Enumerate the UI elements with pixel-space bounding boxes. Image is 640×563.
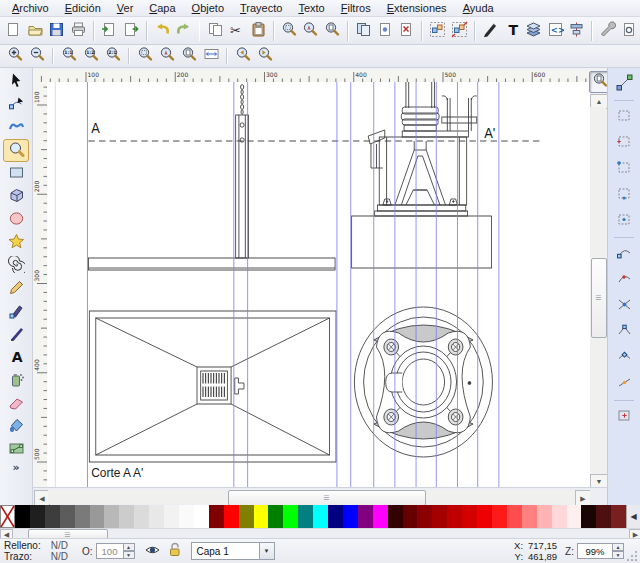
text-dialog-button[interactable]: T xyxy=(503,20,522,42)
opacity-up-button[interactable]: ▲ xyxy=(124,543,135,551)
group-objects-button[interactable] xyxy=(428,20,447,42)
export-document-button[interactable] xyxy=(121,20,140,42)
palette-swatch[interactable] xyxy=(90,505,105,528)
node-tool[interactable] xyxy=(3,93,29,116)
palette-swatch[interactable] xyxy=(134,505,149,528)
palette-swatch[interactable] xyxy=(164,505,179,528)
zoom-down-button[interactable]: ▼ xyxy=(613,551,624,559)
palette-swatch[interactable] xyxy=(343,505,358,528)
new-document-button[interactable] xyxy=(4,20,23,42)
snap-bounding-box-button[interactable] xyxy=(612,105,636,129)
menu-ver[interactable]: Ver xyxy=(109,1,142,15)
zoom-next-button[interactable] xyxy=(255,47,275,66)
layer-visibility-toggle[interactable] xyxy=(143,541,163,561)
horizontal-scrollbar[interactable]: ◀ ☰ ▶ xyxy=(33,487,590,506)
snap-nodes-button[interactable] xyxy=(612,242,636,266)
palette-menu-button[interactable]: ◀ xyxy=(626,505,640,528)
align-dialog-button[interactable] xyxy=(567,20,586,42)
palette-swatch[interactable] xyxy=(298,505,313,528)
menu-trayecto[interactable]: Trayecto xyxy=(232,1,290,15)
redo-button[interactable] xyxy=(174,20,193,42)
palette-swatch[interactable] xyxy=(432,505,447,528)
snap-line-midpoints-button[interactable] xyxy=(612,372,636,396)
menu-capa[interactable]: Capa xyxy=(141,1,183,15)
zoom-1-2-button[interactable]: 1:2 xyxy=(81,47,101,66)
menu-texto[interactable]: Texto xyxy=(290,1,332,15)
ellipse-tool[interactable] xyxy=(3,208,29,231)
save-document-button[interactable] xyxy=(47,20,66,42)
drain-plan[interactable] xyxy=(354,307,492,457)
snap-to-paths-button[interactable] xyxy=(612,268,636,292)
rectangle-tool[interactable] xyxy=(3,162,29,185)
spray-tool[interactable] xyxy=(3,369,29,392)
palette-swatch[interactable] xyxy=(611,505,626,528)
palette-swatch[interactable] xyxy=(507,505,522,528)
palette-swatch[interactable] xyxy=(283,505,298,528)
palette-swatch[interactable] xyxy=(104,505,119,528)
palette-swatch[interactable] xyxy=(119,505,134,528)
palette-swatch[interactable] xyxy=(388,505,403,528)
snap-bbox-corners-button[interactable] xyxy=(612,157,636,181)
ungroup-objects-button[interactable] xyxy=(450,20,469,42)
layer-dropdown-button[interactable]: ▼ xyxy=(259,542,275,560)
zoom-previous-button[interactable] xyxy=(233,47,253,66)
zoom-out-button[interactable] xyxy=(27,47,47,66)
zoom-up-button[interactable]: ▲ xyxy=(613,543,624,551)
palette-swatch[interactable] xyxy=(149,505,164,528)
palette-swatch[interactable] xyxy=(581,505,596,528)
gradient-tool[interactable] xyxy=(3,438,29,461)
zoom-page-button[interactable] xyxy=(179,47,199,66)
menu-archivo[interactable]: Archivo xyxy=(4,1,57,15)
zoom-input[interactable] xyxy=(577,543,613,559)
menu-extensiones[interactable]: Extensiones xyxy=(379,1,455,15)
palette-swatch[interactable] xyxy=(477,505,492,528)
toolbox-overflow-button[interactable]: » xyxy=(3,461,29,477)
open-document-button[interactable] xyxy=(25,20,44,42)
zoom-page-button[interactable] xyxy=(323,20,342,42)
zoom-2-1-button[interactable]: 2:1 xyxy=(103,47,123,66)
calligraphy-tool[interactable] xyxy=(3,323,29,346)
palette-swatch[interactable] xyxy=(194,505,209,528)
cut-button[interactable]: ✂ xyxy=(227,20,246,42)
snap-cusp-nodes-button[interactable] xyxy=(612,320,636,344)
palette-swatch[interactable] xyxy=(75,505,90,528)
palette-swatch[interactable] xyxy=(537,505,552,528)
palette-swatch[interactable] xyxy=(462,505,477,528)
star-tool[interactable] xyxy=(3,231,29,254)
undo-button[interactable] xyxy=(153,20,172,42)
palette-swatch[interactable] xyxy=(45,505,60,528)
zoom-drawing-button[interactable] xyxy=(157,47,177,66)
drain-elevation[interactable] xyxy=(352,82,492,268)
zoom-in-button[interactable] xyxy=(5,47,25,66)
zoom-1-1-button[interactable]: 1:1 xyxy=(59,47,79,66)
snap-bbox-edges-button[interactable] xyxy=(612,131,636,155)
selector-tool[interactable] xyxy=(3,70,29,93)
snap-bbox-centers-button[interactable] xyxy=(612,209,636,233)
vertical-scrollbar[interactable]: ▲ ☰ ▼ xyxy=(590,94,606,487)
unlink-clone-button[interactable] xyxy=(397,20,416,42)
pen-tool[interactable] xyxy=(3,300,29,323)
snap-object-centers-button[interactable] xyxy=(612,405,636,429)
palette-swatch[interactable] xyxy=(417,505,432,528)
import-document-button[interactable] xyxy=(100,20,119,42)
palette-swatch[interactable] xyxy=(30,505,45,528)
no-color-swatch[interactable] xyxy=(0,505,15,528)
spiral-tool[interactable] xyxy=(3,254,29,277)
vertical-scroll-thumb[interactable]: ☰ xyxy=(591,258,607,338)
zoom-selection-button[interactable] xyxy=(135,47,155,66)
text-tool[interactable]: A xyxy=(3,346,29,369)
palette-swatch[interactable] xyxy=(224,505,239,528)
palette-swatch[interactable] xyxy=(447,505,462,528)
palette-swatch[interactable] xyxy=(313,505,328,528)
zoom-tool[interactable] xyxy=(3,139,29,162)
layers-dialog-button[interactable] xyxy=(524,20,543,42)
create-clone-button[interactable] xyxy=(375,20,394,42)
horizontal-scroll-thumb[interactable]: ☰ xyxy=(228,490,426,506)
palette-swatch[interactable] xyxy=(15,505,30,528)
opacity-down-button[interactable]: ▼ xyxy=(124,551,135,559)
copy-button[interactable] xyxy=(205,20,224,42)
fill-stroke-indicator[interactable]: Relleno: N/D Trazo: N/D xyxy=(4,540,68,562)
preferences-button[interactable] xyxy=(598,20,617,42)
palette-swatch[interactable] xyxy=(492,505,507,528)
palette-swatch[interactable] xyxy=(522,505,537,528)
